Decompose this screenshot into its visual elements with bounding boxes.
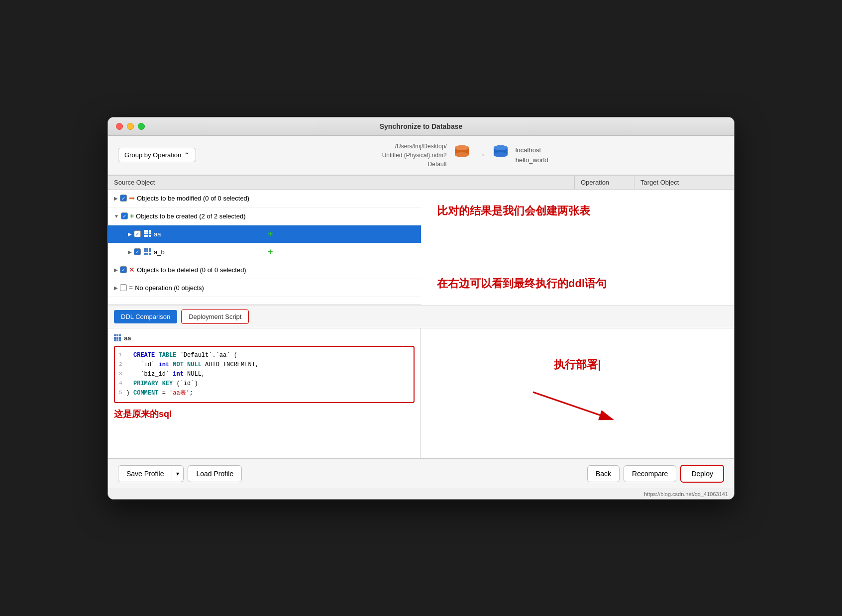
svg-rect-13 bbox=[149, 232, 151, 234]
title-bar: Synchronize to Database bbox=[108, 117, 734, 136]
op-cell-created bbox=[262, 213, 321, 219]
pane-label: aa bbox=[114, 334, 415, 342]
minimize-button[interactable] bbox=[127, 123, 134, 130]
row-aa-name: aa bbox=[154, 230, 161, 238]
op-aa: + bbox=[262, 226, 321, 242]
checkbox-created[interactable]: ✓ bbox=[121, 212, 128, 219]
target-ab bbox=[321, 249, 421, 255]
code-line-5: 5 ) COMMENT = 'aa表'; bbox=[119, 389, 410, 398]
minus-icon: — bbox=[126, 352, 130, 359]
code-block: 1 — CREATE TABLE `Default`.`aa` ( 2 `id`… bbox=[114, 346, 415, 404]
toolbar: Group by Operation ⌃ /Users/lmj/Desktop/… bbox=[108, 136, 734, 175]
svg-rect-26 bbox=[114, 334, 116, 336]
maximize-button[interactable] bbox=[138, 123, 145, 130]
group-by-button[interactable]: Group by Operation ⌃ bbox=[118, 148, 196, 162]
annotation-ddl: 在右边可以看到最终执行的ddl语句 bbox=[431, 272, 724, 295]
svg-rect-30 bbox=[116, 337, 118, 339]
op-deleted bbox=[262, 267, 321, 273]
chevron-icon: ⌃ bbox=[184, 151, 190, 159]
row-created-label: ▼ ✓ + Objects to be created (2 of 2 sele… bbox=[108, 209, 262, 223]
svg-rect-32 bbox=[114, 339, 116, 341]
row-ab-label: ▶ ✓ a_b bbox=[108, 245, 262, 259]
table-header: Source Object Operation Target Object bbox=[108, 175, 734, 190]
checkbox-ab[interactable]: ✓ bbox=[134, 248, 141, 255]
source-schema: Default bbox=[382, 160, 447, 169]
list-row[interactable]: ▼ ✓ + Objects to be created (2 of 2 sele… bbox=[108, 207, 421, 225]
target-noop bbox=[321, 285, 421, 291]
source-file: Untitled (Physical).ndm2 bbox=[382, 151, 447, 160]
table-icon bbox=[114, 334, 121, 341]
window-title: Synchronize to Database bbox=[380, 122, 463, 130]
svg-rect-31 bbox=[119, 337, 121, 339]
load-profile-button[interactable]: Load Profile bbox=[188, 465, 242, 482]
col-operation: Operation bbox=[575, 176, 634, 189]
expand-icon[interactable]: ▶ bbox=[114, 267, 118, 273]
row-noop-label: ▶ = No operation (0 objects) bbox=[108, 281, 262, 295]
bottom-content: aa 1 — CREATE TABLE `Default`.`aa` ( 2 bbox=[108, 328, 734, 458]
op-cross-icon: ✕ bbox=[129, 266, 135, 274]
code-line-4: 4 PRIMARY KEY (`id`) bbox=[119, 379, 410, 389]
target-cell-modified bbox=[321, 195, 421, 201]
target-deleted bbox=[321, 267, 421, 273]
list-row-deleted[interactable]: ▶ ✓ ✕ Objects to be deleted (0 of 0 sele… bbox=[108, 261, 421, 279]
save-profile-button[interactable]: Save Profile bbox=[118, 465, 172, 482]
target-info: localhost hello_world bbox=[516, 145, 548, 165]
table-name: aa bbox=[124, 334, 131, 342]
row-ab-name: a_b bbox=[154, 248, 165, 256]
main-window: Synchronize to Database Group by Operati… bbox=[107, 117, 735, 500]
target-db: hello_world bbox=[516, 155, 548, 165]
recompare-button[interactable]: Recompare bbox=[624, 465, 676, 482]
svg-point-7 bbox=[494, 145, 508, 150]
col-target-object: Target Object bbox=[634, 176, 734, 189]
checkbox-modified[interactable]: ✓ bbox=[120, 195, 127, 202]
code-line-2: 2 `id` int NOT NULL AUTO_INCREMENT, bbox=[119, 360, 410, 370]
source-path: /Users/lmj/Desktop/ bbox=[382, 142, 447, 151]
expand-icon[interactable]: ▶ bbox=[128, 231, 132, 237]
ddl-comparison-tab[interactable]: DDL Comparison bbox=[114, 310, 177, 323]
save-profile-dropdown[interactable]: ▾ bbox=[172, 465, 184, 482]
expand-icon[interactable]: ▶ bbox=[128, 249, 132, 255]
expand-icon[interactable]: ▼ bbox=[114, 213, 119, 219]
deploy-annotation: 执行部署| bbox=[554, 357, 601, 372]
col-source-object: Source Object bbox=[108, 176, 575, 189]
row-aa-label: ▶ ✓ aa bbox=[108, 227, 262, 241]
op-arrow-icon: ➡ bbox=[129, 194, 135, 202]
svg-rect-19 bbox=[149, 248, 151, 250]
deploy-button[interactable]: Deploy bbox=[680, 465, 724, 483]
target-db-icon bbox=[492, 143, 510, 167]
svg-rect-29 bbox=[114, 337, 116, 339]
list-row-aa[interactable]: ▶ ✓ aa + bbox=[108, 225, 421, 243]
svg-rect-28 bbox=[119, 334, 121, 336]
op-plus-icon: + bbox=[130, 212, 134, 220]
plus-icon: + bbox=[268, 229, 273, 239]
table-grid-icon bbox=[144, 230, 151, 238]
expand-icon[interactable]: ▶ bbox=[114, 285, 118, 291]
svg-rect-21 bbox=[146, 250, 148, 252]
svg-rect-8 bbox=[144, 230, 146, 232]
arrow-icon: → bbox=[477, 148, 486, 162]
row-deleted-label: ▶ ✓ ✕ Objects to be deleted (0 of 0 sele… bbox=[108, 263, 262, 277]
svg-rect-17 bbox=[144, 248, 146, 250]
back-button[interactable]: Back bbox=[587, 465, 620, 482]
op-eq-icon: = bbox=[129, 284, 133, 292]
footer-right: Back Recompare Deploy bbox=[587, 465, 724, 483]
list-row-ab[interactable]: ▶ ✓ a_b + bbox=[108, 243, 421, 261]
source-db-icon bbox=[453, 143, 471, 167]
list-row-noop[interactable]: ▶ = No operation (0 objects) bbox=[108, 279, 421, 297]
deployment-script-tab[interactable]: Deployment Script bbox=[181, 309, 249, 324]
svg-rect-12 bbox=[146, 232, 148, 234]
svg-rect-10 bbox=[149, 230, 151, 232]
source-info: /Users/lmj/Desktop/ Untitled (Physical).… bbox=[206, 142, 724, 169]
expand-icon[interactable]: ▶ bbox=[114, 196, 118, 201]
arrow-container bbox=[528, 387, 628, 429]
table-grid-icon bbox=[144, 248, 151, 256]
checkbox-aa[interactable]: ✓ bbox=[134, 230, 141, 237]
checkbox-deleted[interactable]: ✓ bbox=[120, 266, 127, 273]
sql-annotation: 这是原来的sql bbox=[114, 408, 415, 420]
close-button[interactable] bbox=[116, 123, 123, 130]
list-row[interactable]: ▶ ✓ ➡ Objects to be modified (0 of 0 sel… bbox=[108, 190, 421, 207]
checkbox-noop[interactable] bbox=[120, 284, 127, 291]
svg-rect-34 bbox=[119, 339, 121, 341]
target-host: localhost bbox=[516, 145, 548, 155]
svg-rect-20 bbox=[144, 250, 146, 252]
